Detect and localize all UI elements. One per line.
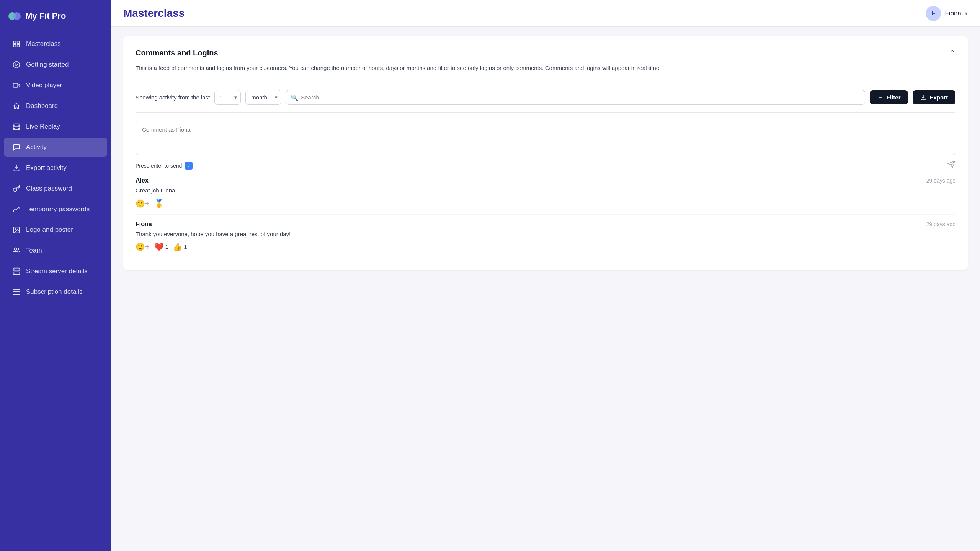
comment-textarea[interactable] [136,121,956,155]
sidebar-item-video-player[interactable]: Video player [4,76,107,95]
send-button[interactable] [947,160,956,171]
comment-text: Thank you everyone, hope you have a grea… [136,230,956,239]
user-menu[interactable]: F Fiona ▾ [926,6,968,21]
card-title: Comments and Logins [136,49,218,57]
number-select[interactable]: 1 2 3 6 12 [214,90,241,105]
sidebar-item-subscription-details[interactable]: Subscription details [4,282,107,302]
svg-rect-4 [14,45,16,47]
app-logo-icon [8,9,21,23]
sidebar-item-temporary-passwords[interactable]: Temporary passwords [4,200,107,219]
sidebar-item-team[interactable]: Team [4,241,107,260]
card-description: This is a feed of comments and logins fr… [136,64,956,73]
image-icon [12,226,21,234]
sidebar-item-export-activity[interactable]: Export activity [4,158,107,178]
sidebar-item-activity[interactable]: Activity [4,138,107,157]
key2-icon [12,205,21,214]
comment-time: 29 days ago [926,178,956,184]
sidebar-item-label: Export activity [26,164,67,172]
page-title: Masterclass [123,7,185,20]
comment-header: Fiona 29 days ago [136,221,956,228]
sidebar-item-stream-server-details[interactable]: Stream server details [4,262,107,281]
export-icon [920,95,926,101]
sidebar-item-label: Masterclass [26,40,61,48]
reaction-item-thumbs: 👍 1 [173,242,187,251]
sidebar-item-label: Live Replay [26,123,60,130]
main-area: Masterclass F Fiona ▾ Comments and Login… [111,0,980,551]
add-reaction-button[interactable]: 🙂+ [136,199,150,208]
search-icon: 🔍 [291,94,298,101]
sidebar-item-live-replay[interactable]: Live Replay [4,117,107,136]
search-wrapper: 🔍 [286,90,865,105]
sidebar-nav: Masterclass Getting started Video player [0,31,111,551]
comment-time: 29 days ago [926,221,956,227]
comments-logins-card: Comments and Logins ⌃ This is a feed of … [123,36,968,270]
divider [136,82,956,82]
header: Masterclass F Fiona ▾ [111,0,980,27]
comment-author: Alex [136,177,149,184]
period-select-wrapper: hour day month year ▾ [245,90,281,105]
film-icon [12,122,21,131]
collapse-button[interactable]: ⌃ [949,48,956,57]
sidebar-item-dashboard[interactable]: Dashboard [4,96,107,116]
card-icon [12,288,21,296]
comment-text: Great job Fiona [136,186,956,195]
app-name: My Fit Pro [25,11,66,21]
comments-list: Alex 29 days ago Great job Fiona 🙂+ 🥇 1 [136,171,956,258]
press-enter-row: Press enter to send ✓ [136,160,956,171]
comment-header: Alex 29 days ago [136,177,956,184]
reaction-emoji: ❤️ [154,242,164,251]
svg-rect-27 [13,289,20,294]
sidebar-item-logo-and-poster[interactable]: Logo and poster [4,220,107,240]
reaction-item: 🥇 1 [154,199,168,208]
user-name: Fiona [945,10,961,17]
reaction-item-heart: ❤️ 1 [154,242,168,251]
press-enter-checkbox[interactable]: ✓ [185,162,193,170]
filter-btn-label: Filter [887,94,901,101]
grid-icon [12,40,21,48]
avatar: F [926,6,941,21]
sidebar-item-label: Video player [26,82,62,89]
svg-point-6 [13,62,20,68]
send-icon [947,160,956,169]
svg-rect-8 [13,83,18,87]
sidebar-item-label: Dashboard [26,102,58,110]
svg-point-22 [14,248,17,251]
filter-button[interactable]: Filter [870,90,908,104]
sidebar-item-masterclass[interactable]: Masterclass [4,34,107,54]
divider-2 [136,112,956,113]
reaction-emoji: 👍 [173,242,182,251]
svg-rect-2 [14,41,16,44]
download-icon [12,164,21,172]
add-reaction-button[interactable]: 🙂+ [136,242,150,251]
press-enter-label: Press enter to send [136,163,182,169]
sidebar-item-getting-started[interactable]: Getting started [4,55,107,74]
svg-rect-3 [17,41,20,44]
svg-rect-5 [17,45,20,47]
users-icon [12,246,21,255]
svg-marker-7 [16,64,18,66]
sidebar-item-class-password[interactable]: Class password [4,179,107,198]
sidebar-item-label: Activity [26,143,47,151]
comment-reactions: 🙂+ ❤️ 1 👍 1 [136,242,956,251]
reaction-count: 1 [184,244,187,250]
export-button[interactable]: Export [913,90,956,104]
svg-point-1 [13,12,21,20]
sidebar-item-label: Team [26,247,42,254]
sidebar-item-label: Temporary passwords [26,205,90,213]
filter-icon [877,95,884,101]
export-btn-label: Export [929,94,948,101]
search-input[interactable] [286,90,865,105]
home-icon [12,102,21,110]
filter-row: Showing activity from the last 1 2 3 6 1… [136,90,956,105]
period-select[interactable]: hour day month year [245,90,281,105]
content-area: Comments and Logins ⌃ This is a feed of … [111,27,980,551]
sidebar-logo: My Fit Pro [0,0,111,31]
sidebar-item-label: Getting started [26,61,69,68]
comment-author: Fiona [136,221,152,228]
reaction-count: 1 [165,244,168,250]
sidebar-item-label: Logo and poster [26,226,73,234]
svg-point-21 [15,228,16,230]
key-icon [12,184,21,193]
number-select-wrapper: 1 2 3 6 12 ▾ [214,90,241,105]
chevron-down-icon: ▾ [965,10,968,16]
